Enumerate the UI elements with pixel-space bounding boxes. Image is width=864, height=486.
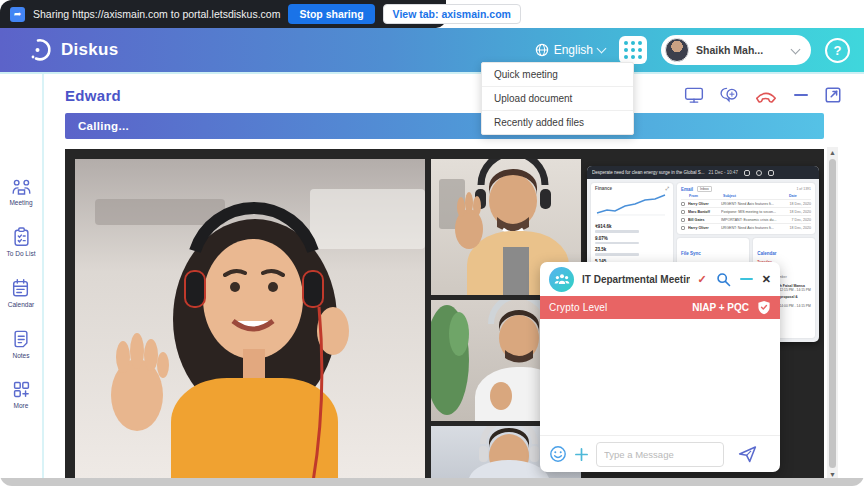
sidebar-item-label: To Do List: [7, 250, 36, 257]
email-date: 18 Dec, 2020: [790, 202, 811, 206]
finance-stat: ₹914.6k: [595, 224, 669, 233]
minimize-button[interactable]: [793, 86, 809, 104]
email-col-subject: Subject: [723, 194, 785, 198]
crypto-level-banner: Crypto Level NIAP + PQC: [540, 296, 780, 319]
sidebar-item-label: Calendar: [8, 301, 34, 308]
sidebar-item-label: Notes: [13, 352, 30, 359]
expand-button[interactable]: [824, 86, 842, 104]
email-date: 18 Dec, 2020: [790, 210, 811, 214]
globe-icon: [535, 43, 549, 57]
sidebar-item-label: Meeting: [9, 199, 32, 206]
hang-up-phone-icon: [754, 86, 778, 104]
calendar-icon: [11, 278, 30, 298]
help-button[interactable]: ?: [825, 38, 850, 63]
call-controls: [684, 86, 842, 104]
vertical-scrollbar[interactable]: ▲ ▼: [827, 147, 838, 480]
menu-item-recently-added-files[interactable]: Recently added files: [482, 111, 633, 134]
call-contact-name: Edward: [65, 87, 121, 104]
group-people-icon: [554, 273, 570, 285]
sidebar-item-more[interactable]: More: [12, 380, 31, 409]
scrollbar-thumb[interactable]: [829, 159, 836, 468]
email-subject: URGENT: Need Axis features fi...: [721, 202, 785, 206]
expand-window-icon: [824, 86, 842, 104]
email-title: Email: [681, 187, 693, 192]
minimize-icon: [793, 86, 809, 104]
chat-panel: IT Departmental Meeting ✓ ✕ Crypto Level…: [540, 262, 780, 472]
search-icon: [756, 170, 762, 176]
email-from: Harry Oliver: [688, 202, 718, 206]
email-subject: IMPORTANT: Economic crisis du...: [721, 218, 785, 222]
app-name: Diskus: [61, 40, 119, 60]
bell-icon: [768, 170, 774, 176]
participant-woman-waving: [75, 159, 425, 482]
email-subject: Postpone: MIS meeting to secon...: [721, 210, 785, 214]
email-date: 7 Dec, 2020: [792, 218, 811, 222]
window-icon: [744, 170, 750, 176]
notes-icon: [12, 329, 30, 349]
hang-up-button[interactable]: [754, 86, 778, 104]
call-status-banner: Calling...: [65, 113, 824, 139]
app-logo[interactable]: Diskus: [28, 37, 119, 63]
email-panel: Email Inbox 1 of 1391 From Subject Date: [677, 183, 815, 234]
finance-line-chart: [595, 191, 667, 217]
view-tab-button[interactable]: View tab: axismain.com: [383, 4, 521, 24]
sidebar-item-notes[interactable]: Notes: [12, 329, 30, 359]
stop-sharing-button[interactable]: Stop sharing: [288, 4, 374, 24]
language-selector[interactable]: English: [535, 43, 605, 57]
monitor-icon: [684, 86, 704, 104]
chat-messages-area: [540, 319, 780, 435]
screen-share-button[interactable]: [684, 86, 704, 104]
shield-check-icon: [757, 300, 771, 315]
close-chat-icon[interactable]: ✕: [762, 274, 771, 285]
chat-title: IT Departmental Meeting: [582, 274, 690, 285]
user-menu[interactable]: Shaikh Mah...: [661, 35, 811, 65]
stat-value: ₹914.6k: [595, 224, 669, 229]
stat-value: 9.07%: [595, 236, 669, 241]
share-notification-row: ➦ Sharing https://axismain.com to portal…: [0, 0, 864, 28]
checkbox: [681, 202, 685, 206]
email-row: Harry Oliver URGENT: Need Axis features …: [681, 223, 811, 231]
sidebar-item-todo[interactable]: To Do List: [7, 227, 36, 257]
email-count: 1 of 1391: [796, 187, 811, 191]
email-row: Bill Gates IMPORTANT: Economic crisis du…: [681, 215, 811, 223]
email-from: Marc Bonioff: [688, 210, 718, 214]
stat-value: 23.5k: [595, 247, 669, 252]
menu-item-upload-document[interactable]: Upload document: [482, 87, 633, 111]
email-from: Harry Oliver: [688, 226, 718, 230]
language-label: English: [554, 43, 593, 57]
verified-check-icon[interactable]: ✓: [698, 273, 707, 286]
chat-button[interactable]: [719, 86, 739, 104]
screen-share-icon: ➦: [10, 7, 25, 22]
call-status-text: Calling...: [78, 120, 129, 132]
checkbox: [681, 226, 685, 230]
menu-item-quick-meeting[interactable]: Quick meeting: [482, 63, 633, 87]
email-folder-select[interactable]: Inbox: [697, 186, 712, 192]
file-sync-title: File Sync: [681, 251, 701, 256]
email-col-date: Date: [789, 194, 797, 198]
sidebar-item-calendar[interactable]: Calendar: [8, 278, 34, 308]
email-row: Marc Bonioff Postpone: MIS meeting to se…: [681, 207, 811, 215]
email-from: Bill Gates: [688, 218, 718, 222]
attach-plus-icon[interactable]: [574, 447, 589, 462]
checkbox: [681, 218, 685, 222]
scroll-up-arrow[interactable]: ▲: [829, 147, 836, 158]
apps-grid-button[interactable]: [619, 36, 647, 64]
minimize-chat-icon[interactable]: [740, 278, 753, 280]
crypto-level-label: Crypto Level: [549, 302, 608, 313]
more-apps-icon: [12, 380, 31, 399]
user-avatar: [665, 38, 689, 62]
search-icon[interactable]: [716, 272, 731, 287]
chat-message-input[interactable]: [596, 442, 724, 467]
sidebar-item-meeting[interactable]: Meeting: [9, 178, 32, 206]
chat-footer: [540, 435, 780, 472]
shared-screen-headline: Desperate need for clean energy surge in…: [592, 170, 705, 175]
user-name: Shaikh Mah...: [696, 44, 763, 56]
app-window: ➦ Sharing https://axismain.com to portal…: [0, 0, 864, 486]
emoji-icon[interactable]: [549, 445, 567, 463]
sidebar-nav: Meeting To Do List Calendar: [0, 74, 44, 478]
email-row: Harry Oliver URGENT: Need Axis features …: [681, 199, 811, 207]
video-tile-main: [75, 159, 425, 482]
send-message-icon[interactable]: [737, 444, 758, 464]
chat-header: IT Departmental Meeting ✓ ✕: [540, 262, 780, 296]
diskus-logo-icon: [28, 37, 54, 63]
